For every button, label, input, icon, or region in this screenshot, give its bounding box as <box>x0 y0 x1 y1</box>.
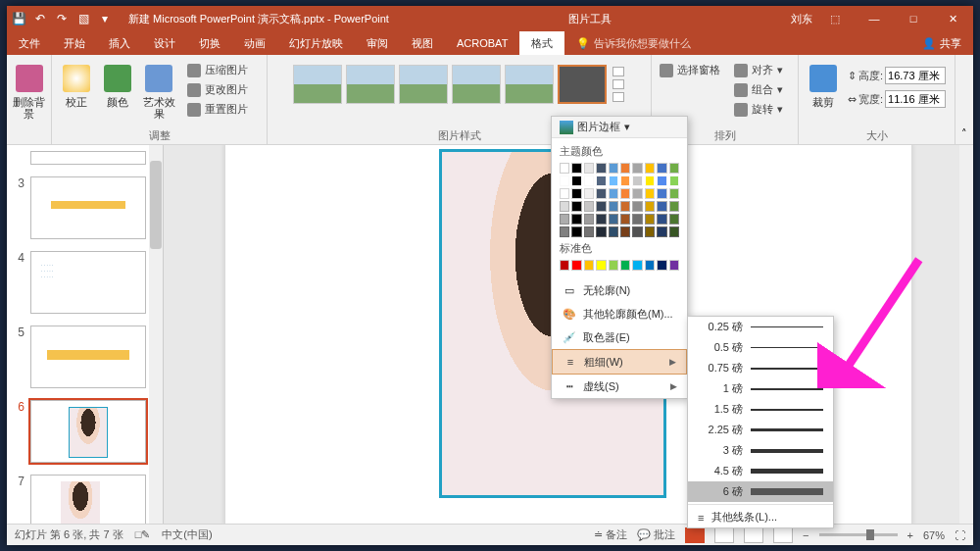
ribbon-display-options-icon[interactable]: ⬚ <box>818 6 852 31</box>
zoom-level[interactable]: 67% <box>923 529 945 541</box>
collapse-ribbon-icon[interactable]: ˄ <box>961 127 967 140</box>
weight-option[interactable]: 3 磅 <box>688 440 833 461</box>
tab-format[interactable]: 格式 <box>519 31 564 55</box>
color-swatch[interactable] <box>657 260 666 271</box>
color-swatch[interactable] <box>645 260 655 271</box>
color-swatch[interactable] <box>571 201 581 212</box>
picture-border-header[interactable]: 图片边框 ▾ <box>552 117 687 138</box>
style-thumb[interactable] <box>293 65 342 104</box>
tab-animations[interactable]: 动画 <box>232 31 277 55</box>
tab-home[interactable]: 开始 <box>52 31 97 55</box>
dashes-submenu-item[interactable]: ┅虚线(S)▶ <box>552 375 687 398</box>
color-swatch[interactable] <box>571 260 581 271</box>
color-swatch[interactable] <box>609 175 618 186</box>
color-swatch[interactable] <box>560 226 569 237</box>
minimize-button[interactable]: — <box>858 6 891 31</box>
color-swatch[interactable] <box>560 188 569 199</box>
color-swatch[interactable] <box>645 201 655 212</box>
color-swatch[interactable] <box>620 226 630 237</box>
color-swatch[interactable] <box>560 163 569 174</box>
color-swatch[interactable] <box>620 188 630 199</box>
color-swatch[interactable] <box>609 260 618 271</box>
color-swatch[interactable] <box>584 214 594 225</box>
corrections-button[interactable]: 校正 <box>56 61 97 124</box>
slides-scrollbar[interactable] <box>149 145 163 524</box>
slide-indicator[interactable]: 幻灯片 第 6 张, 共 7 张 <box>15 527 123 542</box>
align-button[interactable]: 对齐 ▾ <box>730 61 787 79</box>
color-swatch[interactable] <box>669 214 679 225</box>
no-outline-item[interactable]: ▭无轮廓(N) <box>552 278 687 302</box>
tab-review[interactable]: 审阅 <box>355 31 400 55</box>
more-lines-item[interactable]: ≡其他线条(L)... <box>688 507 833 527</box>
remove-background-button[interactable]: 删除背景 <box>11 61 47 124</box>
color-swatch[interactable] <box>620 175 630 186</box>
start-from-beginning-icon[interactable]: ▧ <box>75 11 91 26</box>
share-button[interactable]: 👤 共享 <box>910 31 973 55</box>
tab-view[interactable]: 视图 <box>400 31 445 55</box>
zoom-out-button[interactable]: − <box>803 529 808 541</box>
reset-picture-button[interactable]: 重置图片 <box>183 100 252 119</box>
width-input[interactable] <box>885 90 946 108</box>
more-outline-colors-item[interactable]: 🎨其他轮廓颜色(M)... <box>552 302 687 326</box>
color-swatch[interactable] <box>657 188 666 199</box>
weight-option[interactable]: 0.75 磅 <box>688 358 833 378</box>
slide-thumb-current[interactable] <box>30 400 146 463</box>
change-picture-button[interactable]: 更改图片 <box>183 80 252 99</box>
color-swatch[interactable] <box>657 163 666 174</box>
color-button[interactable]: 颜色 <box>97 61 138 124</box>
color-swatch[interactable] <box>560 201 569 212</box>
slide-thumb[interactable]: · · · · ·· · · · ·· · · · · <box>30 251 146 314</box>
weight-option[interactable]: 0.25 磅 <box>688 317 833 337</box>
color-swatch[interactable] <box>560 214 569 225</box>
slide-thumb[interactable] <box>30 475 146 524</box>
sorter-view-button[interactable] <box>714 527 734 543</box>
color-swatch[interactable] <box>645 163 655 174</box>
maximize-button[interactable]: □ <box>897 6 930 31</box>
color-swatch[interactable] <box>609 163 618 174</box>
slide-thumb[interactable] <box>30 326 146 388</box>
weight-submenu-item[interactable]: ≡粗细(W)▶ <box>552 349 687 375</box>
color-swatch[interactable] <box>571 226 581 237</box>
undo-icon[interactable]: ↶ <box>32 11 48 26</box>
weight-option[interactable]: 2.25 磅 <box>688 420 833 440</box>
zoom-slider[interactable] <box>819 533 898 536</box>
tab-insert[interactable]: 插入 <box>97 31 142 55</box>
color-swatch[interactable] <box>657 214 666 225</box>
color-swatch[interactable] <box>596 260 606 271</box>
color-swatch[interactable] <box>571 214 581 225</box>
redo-icon[interactable]: ↷ <box>54 11 70 26</box>
height-input[interactable] <box>885 67 946 84</box>
color-swatch[interactable] <box>620 214 630 225</box>
color-swatch[interactable] <box>632 163 642 174</box>
color-swatch[interactable] <box>669 188 679 199</box>
style-thumb[interactable] <box>399 65 448 104</box>
color-swatch[interactable] <box>584 175 594 186</box>
color-swatch[interactable] <box>632 188 642 199</box>
weight-option[interactable]: 1 磅 <box>688 378 833 399</box>
color-swatch[interactable] <box>657 226 666 237</box>
color-swatch[interactable] <box>645 214 655 225</box>
color-swatch[interactable] <box>571 175 581 186</box>
slideshow-view-button[interactable] <box>773 527 793 543</box>
spellcheck-icon[interactable]: □✎ <box>135 528 151 541</box>
qat-more-icon[interactable]: ▾ <box>97 11 113 26</box>
color-swatch[interactable] <box>620 163 630 174</box>
slide-thumb-partial[interactable] <box>30 151 146 165</box>
color-swatch[interactable] <box>596 188 606 199</box>
zoom-in-button[interactable]: + <box>907 529 913 541</box>
color-swatch[interactable] <box>596 226 606 237</box>
color-swatch[interactable] <box>584 260 594 271</box>
gallery-more-button[interactable] <box>612 65 626 104</box>
tell-me[interactable]: 💡告诉我你想要做什么 <box>564 31 703 55</box>
slide-thumb[interactable] <box>30 176 146 239</box>
color-swatch[interactable] <box>596 201 606 212</box>
color-swatch[interactable] <box>571 188 581 199</box>
style-thumb-selected[interactable] <box>558 65 607 104</box>
color-swatch[interactable] <box>560 175 569 186</box>
tab-design[interactable]: 设计 <box>142 31 187 55</box>
style-thumb[interactable] <box>452 65 501 104</box>
style-thumb[interactable] <box>346 65 395 104</box>
color-swatch[interactable] <box>620 201 630 212</box>
color-swatch[interactable] <box>669 163 679 174</box>
tab-transitions[interactable]: 切换 <box>187 31 232 55</box>
